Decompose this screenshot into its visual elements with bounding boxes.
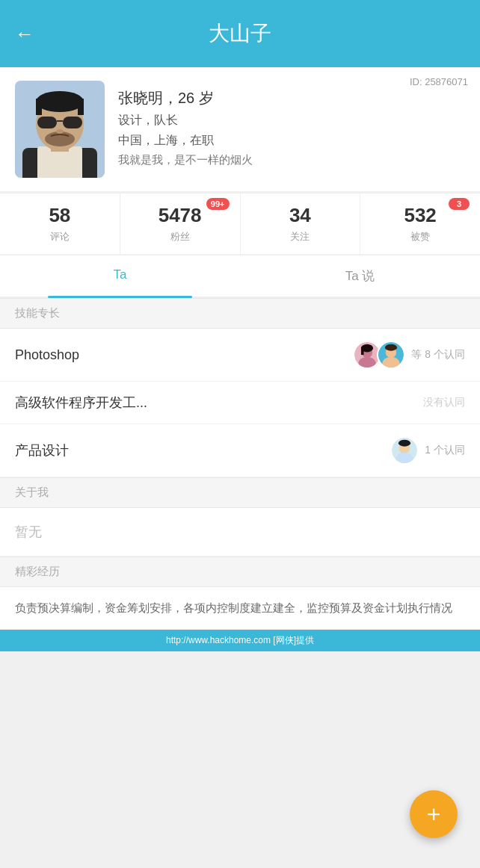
stat-likes-number: 532 [404, 204, 436, 227]
stat-fans-number: 5478 [159, 204, 202, 227]
page-title: 大山子 [209, 19, 271, 48]
skill-item-product[interactable]: 产品设计 1 个认同 [0, 424, 480, 477]
no-endorse-software: 没有认同 [423, 396, 465, 409]
svg-point-21 [385, 344, 397, 351]
svg-point-25 [399, 440, 410, 447]
endorse-text-product: 1 个认同 [425, 444, 465, 457]
svg-point-12 [56, 129, 64, 134]
svg-rect-9 [37, 117, 57, 128]
endorser-avatar-3 [390, 436, 419, 465]
profile-section: ID: 25876071 [0, 67, 480, 191]
stat-fans[interactable]: 99+ 5478 粉丝 [120, 193, 241, 254]
stat-following-number: 34 [289, 204, 311, 227]
stat-likes-label: 被赞 [410, 230, 430, 244]
plus-icon: + [427, 802, 441, 826]
experience-content: 负责预决算编制，资金筹划安排，各项内控制度建立建全，监控预算及资金计划执行情况 [0, 587, 480, 630]
skill-item-software[interactable]: 高级软件程序开发工... 没有认同 [0, 382, 480, 424]
svg-point-5 [36, 91, 84, 112]
svg-rect-7 [78, 99, 84, 115]
svg-rect-10 [63, 117, 82, 128]
profile-location: 中国，上海，在职 [118, 133, 465, 149]
footer-watermark: http://www.hackhome.com [网侠]提供 [0, 630, 480, 651]
tabs-section: Ta Ta 说 [0, 255, 480, 298]
stat-likes[interactable]: 3 532 被赞 [360, 193, 480, 254]
skill-endorsers-photoshop: 等 8 个认同 [353, 341, 465, 369]
profile-name-age: 张晓明，26 岁 [118, 88, 465, 108]
stat-following[interactable]: 34 关注 [241, 193, 361, 254]
back-button[interactable]: ← [15, 22, 34, 46]
experience-section-header: 精彩经历 [0, 557, 480, 587]
about-section-header: 关于我 [0, 477, 480, 508]
stat-comments[interactable]: 58 评论 [0, 193, 120, 254]
skill-item-photoshop[interactable]: Photoshop 等 8 个认同 [0, 329, 480, 382]
endorser-avatar-2 [377, 341, 405, 369]
stats-section: 58 评论 99+ 5478 粉丝 34 关注 3 532 被赞 [0, 193, 480, 254]
tab-ta[interactable]: Ta [0, 255, 240, 297]
likes-badge: 3 [449, 198, 470, 210]
skill-name-photoshop: Photoshop [15, 347, 353, 363]
profile-info: 张晓明，26 岁 设计，队长 中国，上海，在职 我就是我，是不一样的烟火 [118, 81, 465, 167]
stat-following-label: 关注 [290, 230, 310, 244]
skills-section-header: 技能专长 [0, 298, 480, 329]
svg-rect-17 [361, 347, 364, 355]
fab-button[interactable]: + [410, 790, 458, 838]
skill-name-software: 高级软件程序开发工... [15, 394, 423, 412]
stat-fans-label: 粉丝 [170, 230, 190, 244]
skill-endorsers-product: 1 个认同 [390, 436, 465, 465]
avatar [15, 81, 105, 178]
header: ← 大山子 [0, 0, 480, 67]
about-content: 暂无 [0, 508, 480, 557]
fans-badge: 99+ [206, 198, 230, 210]
endorse-text-photoshop: 等 8 个认同 [411, 348, 465, 362]
skill-name-product: 产品设计 [15, 441, 390, 459]
profile-id: ID: 25876071 [410, 76, 468, 87]
profile-role: 设计，队长 [118, 113, 465, 128]
stat-comments-label: 评论 [50, 230, 70, 244]
tab-ta-says[interactable]: Ta 说 [240, 255, 480, 297]
svg-rect-6 [36, 99, 42, 115]
stat-comments-number: 58 [49, 204, 70, 227]
profile-bio: 我就是我，是不一样的烟火 [118, 153, 465, 167]
